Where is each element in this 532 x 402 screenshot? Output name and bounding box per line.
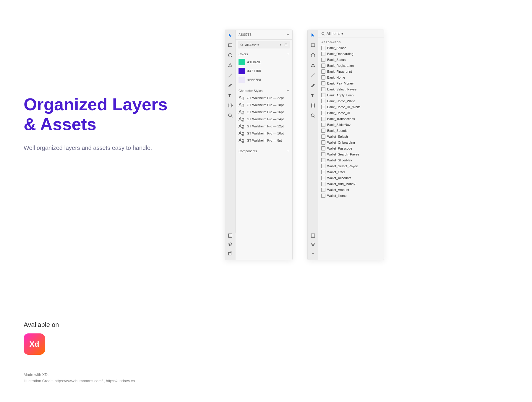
stack-icon[interactable] <box>227 241 233 247</box>
layer-item-6[interactable]: Bank_Pay_Money <box>318 80 384 86</box>
layers-bottom-icon-1[interactable] <box>310 233 316 239</box>
char-styles-add-button[interactable]: + <box>287 88 289 93</box>
svg-line-47 <box>324 34 325 35</box>
grid-view-icon[interactable]: ⊞ <box>284 43 288 47</box>
layer-item-12[interactable]: Bank_Transactions <box>318 116 384 122</box>
zoom-tool-icon[interactable] <box>227 113 233 119</box>
layer-name-17: Wallet_Passcode <box>327 147 352 150</box>
layer-items-container: Bank_Splash Bank_Onboarding Bank_Status … <box>318 45 384 199</box>
layer-item-25[interactable]: Wallet_Home <box>318 193 384 199</box>
ellipse-tool-icon[interactable] <box>227 52 233 58</box>
layer-item-7[interactable]: Bank_Select_Payee <box>318 86 384 92</box>
layers-text-tool-icon[interactable]: T <box>310 93 316 98</box>
artboard-icon-1 <box>321 52 325 56</box>
text-tool-icon[interactable]: T <box>227 93 233 98</box>
layer-item-10[interactable]: Bank_Home_01_White <box>318 104 384 110</box>
layers-triangle-tool-icon[interactable] <box>310 62 316 68</box>
ag-sample-6: Ag <box>239 138 245 143</box>
triangle-tool-icon[interactable] <box>227 62 233 68</box>
layer-name-0: Bank_Splash <box>327 46 346 50</box>
panel-add-button[interactable]: + <box>287 32 289 37</box>
ag-sample-4: Ag <box>239 124 245 129</box>
layer-item-4[interactable]: Bank_Fingerprint <box>318 69 384 74</box>
layer-name-11: Bank_Home_01 <box>327 111 351 115</box>
layer-name-25: Wallet_Home <box>327 194 347 197</box>
layer-item-13[interactable]: Bank_SliderNav <box>318 122 384 128</box>
layer-item-5[interactable]: Bank_Home <box>318 74 384 80</box>
layer-item-2[interactable]: Bank_Status <box>318 57 384 63</box>
layers-select-tool-icon[interactable] <box>310 32 316 38</box>
layers-content: All Items ▾ ARTBOARDS Bank_Splash Bank_O… <box>318 30 384 260</box>
layer-item-3[interactable]: Bank_Registration <box>318 63 384 69</box>
artboard-icon-4 <box>321 69 325 74</box>
layer-item-0[interactable]: Bank_Splash <box>318 45 384 51</box>
layer-item-19[interactable]: Wallet_SliderNav <box>318 157 384 163</box>
layer-item-18[interactable]: Wallet_Search_Payee <box>318 151 384 157</box>
artboard-icon-23 <box>321 182 325 186</box>
search-icon <box>240 43 243 46</box>
search-value: All Assets <box>245 43 278 47</box>
layer-item-22[interactable]: Wallet_Accounts <box>318 175 384 181</box>
artboard-icon-17 <box>321 146 325 150</box>
layer-name-14: Bank_Spends <box>327 129 348 132</box>
layer-name-15: Wallet_Splash <box>327 135 348 138</box>
artboard-icon-19 <box>321 158 325 162</box>
heading-line2: & Assets <box>24 114 96 134</box>
layer-item-17[interactable]: Wallet_Passcode <box>318 145 384 151</box>
artboard-icon-21 <box>321 170 325 174</box>
char-item-6: Ag GT Walsheim Pro — 8pt <box>236 137 292 144</box>
artboard-icon-7 <box>321 87 325 91</box>
line-tool-icon[interactable] <box>227 72 233 78</box>
footer: Made with XD. Illustration Credit: https… <box>24 372 135 384</box>
svg-point-17 <box>228 114 231 117</box>
color-item-0: #1ED69E <box>236 58 292 67</box>
layers-bottom-icon-3[interactable]: •• <box>310 250 316 256</box>
layer-item-14[interactable]: Bank_Spends <box>318 128 384 134</box>
pen-tool-icon[interactable] <box>227 82 233 88</box>
layer-item-11[interactable]: Bank_Home_01 <box>318 110 384 116</box>
plugin-icon[interactable] <box>227 250 233 256</box>
color-item-2: #EBE7F8 <box>236 75 292 84</box>
svg-rect-21 <box>228 234 232 237</box>
layer-item-23[interactable]: Wallet_Add_Money <box>318 181 384 187</box>
components-section-header: Components + <box>236 147 292 155</box>
panel-header: ASSETS + <box>236 30 292 40</box>
layer-item-8[interactable]: Bank_Apply_Loan <box>318 92 384 98</box>
artboard-icon-0 <box>321 46 325 50</box>
ag-sample-2: Ag <box>239 109 245 115</box>
all-items-dropdown[interactable]: All Items ▾ <box>327 32 343 36</box>
artboard-icon-11 <box>321 111 325 115</box>
select-tool-icon[interactable] <box>227 32 233 38</box>
colors-label: Colors <box>239 52 248 56</box>
components-add-button[interactable]: + <box>287 149 289 153</box>
artboard-tool-icon[interactable] <box>227 103 233 108</box>
layer-name-20: Wallet_Select_Payee <box>327 164 358 168</box>
layers-ellipse-tool-icon[interactable] <box>310 52 316 58</box>
char-label-6: GT Walsheim Pro — 8pt <box>247 139 282 142</box>
layer-item-24[interactable]: Wallet_Amount <box>318 187 384 193</box>
colors-add-button[interactable]: + <box>287 52 289 56</box>
layers-zoom-tool-icon[interactable] <box>310 113 316 119</box>
char-label-5: GT Walsheim Pro — 10pt <box>247 132 284 135</box>
layers-icon[interactable] <box>227 233 233 239</box>
layers-line-tool-icon[interactable] <box>310 72 316 78</box>
search-chevron[interactable]: ▾ <box>280 43 281 46</box>
available-section: Available on Xd <box>24 321 59 355</box>
xd-icon: Xd <box>24 333 45 355</box>
artboard-icon-14 <box>321 129 325 133</box>
layer-item-15[interactable]: Wallet_Splash <box>318 134 384 140</box>
layers-artboard-tool-icon[interactable] <box>310 103 316 108</box>
layer-item-20[interactable]: Wallet_Select_Payee <box>318 163 384 169</box>
layers-bottom-icon-2[interactable] <box>310 241 316 247</box>
ag-sample-0: Ag <box>239 95 245 100</box>
artboard-icon-5 <box>321 75 325 80</box>
rectangle-tool-icon[interactable] <box>227 42 233 48</box>
layer-item-16[interactable]: Wallet_Onboarding <box>318 140 384 145</box>
layer-item-21[interactable]: Wallet_Offer <box>318 169 384 175</box>
layer-item-1[interactable]: Bank_Onboarding <box>318 51 384 57</box>
layers-rect-tool-icon[interactable] <box>310 42 316 48</box>
layer-name-16: Wallet_Onboarding <box>327 141 355 144</box>
left-section: Organized Layers & Assets Well organized… <box>24 95 171 151</box>
layers-pen-tool-icon[interactable] <box>310 82 316 88</box>
layer-item-9[interactable]: Bank_Home_White <box>318 98 384 104</box>
